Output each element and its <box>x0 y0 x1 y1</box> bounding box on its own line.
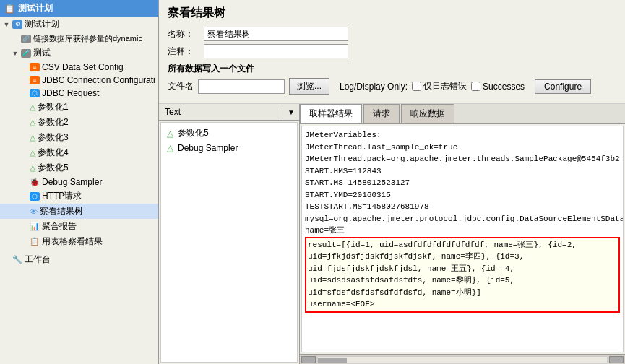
sidebar-item-param4[interactable]: △ 参数化4 <box>0 145 158 160</box>
debug-tree-icon: △ <box>164 142 176 154</box>
result-tree-icon: 👁 <box>30 207 38 216</box>
scroll-right-btn[interactable] <box>609 356 624 363</box>
result-content: JMeterVariables: JMeterThread.last_sampl… <box>301 126 624 352</box>
content-header: 察看结果树 名称： 注释： 所有数据写入一个文件 文件名 浏览... Log/D… <box>159 0 625 104</box>
param3-icon: △ <box>30 133 35 142</box>
name-row: 名称： <box>168 27 616 41</box>
sidebar-item-test[interactable]: ▼ 🧪 测试 <box>0 46 158 61</box>
comment-row: 注释： <box>168 44 616 58</box>
sidebar: 📋 测试计划 ▼ ⚙ 测试计划 🔗 链接数据库获得参量的dynamic ▼ 🧪 … <box>0 0 159 364</box>
result-line-5: START.YMD=20160315 <box>305 189 620 202</box>
result-line-0: JMeterVariables: <box>305 129 620 142</box>
jdbc-icon: ≡ <box>30 76 40 84</box>
tab-sample-result[interactable]: 取样器结果 <box>300 104 362 124</box>
file-input[interactable] <box>198 79 285 94</box>
name-label: 名称： <box>168 28 204 40</box>
sidebar-item-param2[interactable]: △ 参数化2 <box>0 115 158 130</box>
error-only-checkbox-label[interactable]: 仅日志错误 <box>412 80 467 92</box>
dropdown-header: Text ▼ <box>159 104 299 121</box>
error-only-label: 仅日志错误 <box>423 80 467 92</box>
param5-tree-icon: △ <box>164 128 176 139</box>
browse-button[interactable]: 浏览... <box>289 78 329 95</box>
tree-node-debug[interactable]: △ Debug Sampler <box>164 141 294 155</box>
tab-response-data[interactable]: 响应数据 <box>401 104 454 124</box>
tab-request[interactable]: 请求 <box>363 104 400 124</box>
left-panel: Text ▼ △ 参数化5 △ Debug Sampler <box>159 104 300 364</box>
result-line-1: JMeterThread.last_sample_ok=true <box>305 142 620 154</box>
name-input[interactable] <box>204 27 348 41</box>
report-icon: 📊 <box>30 222 40 231</box>
sidebar-item-workbench[interactable]: 🔧 工作台 <box>0 252 158 267</box>
sidebar-item-param5[interactable]: △ 参数化5 <box>0 160 158 176</box>
param4-icon: △ <box>30 148 35 157</box>
result-line-3: START.HMS=112843 <box>305 165 620 178</box>
sidebar-item-result-tree[interactable]: 👁 察看结果树 <box>0 204 158 219</box>
result-line-8: name=张三 <box>305 225 620 237</box>
tree-node-param5[interactable]: △ 参数化5 <box>164 126 294 141</box>
comment-label: 注释： <box>168 46 204 58</box>
result-highlight-block: result=[{id=1, uid=asdfdfdfdfdfdfdfdf, n… <box>305 237 620 313</box>
sidebar-item-jdbc-req[interactable]: ⬡ JDBC Request <box>0 87 158 100</box>
debug-tree-label: Debug Sampler <box>178 143 238 153</box>
page-title: 察看结果树 <box>168 6 616 21</box>
file-label: 文件名 <box>168 80 194 92</box>
result-line-9: result=[{id=1, uid=asdfdfdfdfdfdfdfdf, n… <box>308 239 617 299</box>
sidebar-item-table[interactable]: 📋 用表格察看结果 <box>0 234 158 249</box>
scroll-left-btn[interactable] <box>301 356 316 363</box>
successes-label: Successes <box>483 82 525 92</box>
csv-icon: ≡ <box>30 63 40 72</box>
jdbc-req-icon: ⬡ <box>30 89 40 98</box>
scroll-track[interactable] <box>317 356 608 363</box>
tree-area: △ 参数化5 △ Debug Sampler <box>160 122 298 363</box>
result-line-4: START.MS=1458012523127 <box>305 177 620 189</box>
sidebar-title: 📋 测试计划 <box>0 0 158 17</box>
sidebar-item-param3[interactable]: △ 参数化3 <box>0 130 158 145</box>
param5-icon: △ <box>30 163 35 173</box>
comment-input[interactable] <box>204 44 348 58</box>
testplan-icon: ⚙ <box>12 20 22 29</box>
log-display-label: Log/Display Only: <box>340 82 408 92</box>
sidebar-item-debug[interactable]: 🐞 Debug Sampler <box>0 176 158 188</box>
table-icon: 📋 <box>30 237 40 246</box>
result-line-6: TESTSTART.MS=1458027681978 <box>305 201 620 213</box>
link-icon: 🔗 <box>21 35 31 43</box>
param2-icon: △ <box>30 118 35 127</box>
split-area: Text ▼ △ 参数化5 △ Debug Sampler <box>159 104 625 364</box>
file-row: 文件名 浏览... Log/Display Only: 仅日志错误 Succes… <box>168 78 616 95</box>
sidebar-item-report[interactable]: 📊 聚合报告 <box>0 219 158 234</box>
workbench-icon: 🔧 <box>12 255 22 264</box>
configure-button[interactable]: Configure <box>535 79 591 94</box>
result-line-10: username=<EOF> <box>308 298 617 311</box>
write-section-title: 所有数据写入一个文件 <box>168 63 616 75</box>
sidebar-title-icon: 📋 <box>4 4 15 14</box>
debug-icon: 🐞 <box>30 178 40 187</box>
http-icon: ⬡ <box>30 192 40 201</box>
sidebar-item-csv[interactable]: ≡ CSV Data Set Config <box>0 61 158 74</box>
test-icon: 🧪 <box>21 49 31 58</box>
result-line-7: mysql=org.apache.jmeter.protocol.jdbc.co… <box>305 213 620 225</box>
dropdown-arrow-icon[interactable]: ▼ <box>283 105 299 119</box>
successes-checkbox-label[interactable]: Successes <box>471 82 525 92</box>
sidebar-item-testplan[interactable]: ▼ ⚙ 测试计划 <box>0 17 158 32</box>
sidebar-item-jdbc[interactable]: ≡ JDBC Connection Configurati <box>0 74 158 87</box>
error-only-checkbox[interactable] <box>412 82 421 91</box>
horizontal-scrollbar[interactable] <box>300 354 625 364</box>
right-panel: 取样器结果 请求 响应数据 JMeterVariables: JMeterThr… <box>300 104 625 364</box>
sidebar-item-http[interactable]: ⬡ HTTP请求 <box>0 188 158 204</box>
result-line-2: JMeterThread.pack=org.apache.jmeter.thre… <box>305 153 620 165</box>
sidebar-item-link[interactable]: 🔗 链接数据库获得参量的dynamic <box>0 32 158 46</box>
sidebar-item-param1[interactable]: △ 参数化1 <box>0 100 158 115</box>
tabs: 取样器结果 请求 响应数据 <box>300 104 625 124</box>
successes-checkbox[interactable] <box>471 82 480 91</box>
dropdown-label: Text <box>159 104 283 120</box>
scroll-thumb[interactable] <box>318 358 347 363</box>
param1-icon: △ <box>30 103 35 112</box>
content-area: 察看结果树 名称： 注释： 所有数据写入一个文件 文件名 浏览... Log/D… <box>159 0 625 364</box>
param5-tree-label: 参数化5 <box>178 127 209 139</box>
